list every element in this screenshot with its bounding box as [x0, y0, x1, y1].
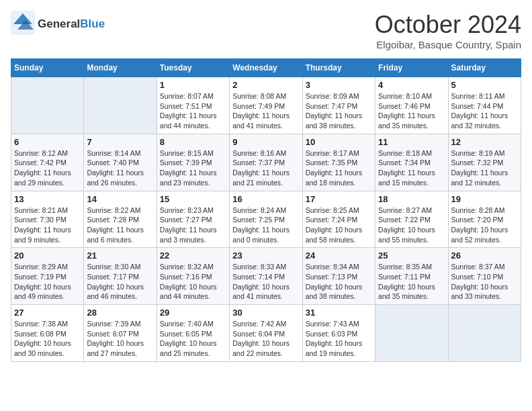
- day-info: Sunrise: 8:10 AMSunset: 7:46 PMDaylight:…: [378, 91, 445, 131]
- day-number: 12: [451, 137, 518, 147]
- day-number: 31: [306, 308, 372, 318]
- day-number: 29: [160, 308, 226, 318]
- day-info: Sunrise: 8:18 AMSunset: 7:34 PMDaylight:…: [378, 148, 445, 188]
- day-info: Sunrise: 8:28 AMSunset: 7:20 PMDaylight:…: [451, 205, 518, 245]
- day-number: 21: [87, 250, 153, 261]
- day-info: Sunrise: 8:17 AMSunset: 7:35 PMDaylight:…: [306, 148, 372, 188]
- day-info: Sunrise: 8:35 AMSunset: 7:11 PMDaylight:…: [378, 262, 445, 302]
- column-header-monday: Monday: [84, 59, 157, 77]
- day-info: Sunrise: 7:40 AMSunset: 6:05 PMDaylight:…: [160, 319, 226, 359]
- day-number: 7: [87, 137, 153, 147]
- calendar-cell: 29Sunrise: 7:40 AMSunset: 6:05 PMDayligh…: [157, 305, 229, 362]
- day-info: Sunrise: 8:11 AMSunset: 7:44 PMDaylight:…: [451, 91, 518, 131]
- day-number: 6: [14, 137, 81, 147]
- day-info: Sunrise: 8:25 AMSunset: 7:24 PMDaylight:…: [306, 205, 372, 245]
- day-info: Sunrise: 8:34 AMSunset: 7:13 PMDaylight:…: [306, 262, 372, 302]
- calendar-cell: 9Sunrise: 8:16 AMSunset: 7:37 PMDaylight…: [230, 134, 302, 191]
- calendar-cell: 10Sunrise: 8:17 AMSunset: 7:35 PMDayligh…: [302, 134, 375, 191]
- day-number: 5: [451, 80, 518, 90]
- calendar-cell: 20Sunrise: 8:29 AMSunset: 7:19 PMDayligh…: [11, 248, 84, 305]
- day-number: 14: [87, 194, 153, 204]
- day-number: 17: [306, 194, 372, 204]
- day-info: Sunrise: 8:32 AMSunset: 7:16 PMDaylight:…: [160, 262, 226, 302]
- calendar-cell: 1Sunrise: 8:07 AMSunset: 7:51 PMDaylight…: [157, 77, 229, 134]
- column-header-tuesday: Tuesday: [157, 59, 229, 77]
- day-number: 16: [232, 194, 299, 204]
- column-header-thursday: Thursday: [302, 59, 375, 77]
- day-number: 25: [378, 250, 445, 261]
- day-info: Sunrise: 8:07 AMSunset: 7:51 PMDaylight:…: [160, 91, 226, 131]
- calendar-cell: [448, 305, 521, 362]
- calendar-cell: 8Sunrise: 8:15 AMSunset: 7:39 PMDaylight…: [157, 134, 229, 191]
- day-info: Sunrise: 8:19 AMSunset: 7:32 PMDaylight:…: [451, 148, 518, 188]
- day-number: 9: [232, 137, 299, 147]
- day-info: Sunrise: 7:39 AMSunset: 6:07 PMDaylight:…: [87, 319, 153, 359]
- calendar-cell: 24Sunrise: 8:34 AMSunset: 7:13 PMDayligh…: [302, 248, 375, 305]
- day-info: Sunrise: 8:27 AMSunset: 7:22 PMDaylight:…: [378, 205, 445, 245]
- day-number: 26: [451, 250, 518, 261]
- location: Elgoibar, Basque Country, Spain: [375, 39, 521, 50]
- calendar-cell: 15Sunrise: 8:23 AMSunset: 7:27 PMDayligh…: [157, 191, 229, 248]
- day-number: 1: [160, 80, 226, 90]
- calendar-week-row: 13Sunrise: 8:21 AMSunset: 7:30 PMDayligh…: [11, 191, 521, 248]
- logo-icon: [11, 11, 35, 35]
- calendar-cell: 3Sunrise: 8:09 AMSunset: 7:47 PMDaylight…: [302, 77, 375, 134]
- calendar-cell: 18Sunrise: 8:27 AMSunset: 7:22 PMDayligh…: [375, 191, 448, 248]
- day-info: Sunrise: 7:38 AMSunset: 6:08 PMDaylight:…: [14, 319, 81, 359]
- calendar-cell: 2Sunrise: 8:08 AMSunset: 7:49 PMDaylight…: [230, 77, 302, 134]
- calendar-cell: 14Sunrise: 8:22 AMSunset: 7:28 PMDayligh…: [84, 191, 157, 248]
- day-number: 10: [306, 137, 372, 147]
- day-number: 28: [87, 308, 153, 318]
- column-header-sunday: Sunday: [11, 59, 84, 77]
- logo-blue: Blue: [80, 17, 105, 30]
- calendar-cell: [375, 305, 448, 362]
- calendar-table: SundayMondayTuesdayWednesdayThursdayFrid…: [11, 58, 521, 362]
- day-number: 13: [14, 194, 81, 204]
- column-header-friday: Friday: [375, 59, 448, 77]
- calendar-cell: 11Sunrise: 8:18 AMSunset: 7:34 PMDayligh…: [375, 134, 448, 191]
- calendar-cell: 27Sunrise: 7:38 AMSunset: 6:08 PMDayligh…: [11, 305, 84, 362]
- day-number: 18: [378, 194, 445, 204]
- calendar-cell: 17Sunrise: 8:25 AMSunset: 7:24 PMDayligh…: [302, 191, 375, 248]
- calendar-cell: 30Sunrise: 7:42 AMSunset: 6:04 PMDayligh…: [230, 305, 302, 362]
- day-info: Sunrise: 7:43 AMSunset: 6:03 PMDaylight:…: [306, 319, 372, 359]
- calendar-cell: 12Sunrise: 8:19 AMSunset: 7:32 PMDayligh…: [448, 134, 521, 191]
- calendar-week-row: 1Sunrise: 8:07 AMSunset: 7:51 PMDaylight…: [11, 77, 521, 134]
- calendar-cell: 28Sunrise: 7:39 AMSunset: 6:07 PMDayligh…: [84, 305, 157, 362]
- day-info: Sunrise: 8:09 AMSunset: 7:47 PMDaylight:…: [306, 91, 372, 131]
- title-section: October 2024 Elgoibar, Basque Country, S…: [375, 11, 521, 50]
- day-info: Sunrise: 8:23 AMSunset: 7:27 PMDaylight:…: [160, 205, 226, 245]
- day-info: Sunrise: 8:14 AMSunset: 7:40 PMDaylight:…: [87, 148, 153, 188]
- calendar-cell: 31Sunrise: 7:43 AMSunset: 6:03 PMDayligh…: [302, 305, 375, 362]
- day-info: Sunrise: 8:15 AMSunset: 7:39 PMDaylight:…: [160, 148, 226, 188]
- column-header-saturday: Saturday: [448, 59, 521, 77]
- day-info: Sunrise: 8:24 AMSunset: 7:25 PMDaylight:…: [232, 205, 299, 245]
- calendar-cell: 5Sunrise: 8:11 AMSunset: 7:44 PMDaylight…: [448, 77, 521, 134]
- day-number: 23: [232, 250, 299, 261]
- day-number: 24: [306, 250, 372, 261]
- day-number: 30: [232, 308, 299, 318]
- calendar-cell: 4Sunrise: 8:10 AMSunset: 7:46 PMDaylight…: [375, 77, 448, 134]
- calendar-cell: 21Sunrise: 8:30 AMSunset: 7:17 PMDayligh…: [84, 248, 157, 305]
- day-number: 15: [160, 194, 226, 204]
- column-header-wednesday: Wednesday: [230, 59, 302, 77]
- day-info: Sunrise: 8:08 AMSunset: 7:49 PMDaylight:…: [232, 91, 299, 131]
- day-info: Sunrise: 8:29 AMSunset: 7:19 PMDaylight:…: [14, 262, 81, 302]
- logo: GeneralBlue: [11, 11, 105, 38]
- calendar-cell: 23Sunrise: 8:33 AMSunset: 7:14 PMDayligh…: [230, 248, 302, 305]
- calendar-week-row: 20Sunrise: 8:29 AMSunset: 7:19 PMDayligh…: [11, 248, 521, 305]
- calendar-cell: 19Sunrise: 8:28 AMSunset: 7:20 PMDayligh…: [448, 191, 521, 248]
- day-number: 20: [14, 250, 81, 261]
- day-number: 2: [232, 80, 299, 90]
- day-number: 3: [306, 80, 372, 90]
- day-info: Sunrise: 8:16 AMSunset: 7:37 PMDaylight:…: [232, 148, 299, 188]
- calendar-cell: 26Sunrise: 8:37 AMSunset: 7:10 PMDayligh…: [448, 248, 521, 305]
- page-header: GeneralBlue October 2024 Elgoibar, Basqu…: [11, 11, 521, 50]
- day-info: Sunrise: 8:30 AMSunset: 7:17 PMDaylight:…: [87, 262, 153, 302]
- day-info: Sunrise: 8:33 AMSunset: 7:14 PMDaylight:…: [232, 262, 299, 302]
- calendar-cell: 7Sunrise: 8:14 AMSunset: 7:40 PMDaylight…: [84, 134, 157, 191]
- calendar-cell: 25Sunrise: 8:35 AMSunset: 7:11 PMDayligh…: [375, 248, 448, 305]
- day-info: Sunrise: 8:21 AMSunset: 7:30 PMDaylight:…: [14, 205, 81, 245]
- day-number: 8: [160, 137, 226, 147]
- calendar-header-row: SundayMondayTuesdayWednesdayThursdayFrid…: [11, 59, 521, 77]
